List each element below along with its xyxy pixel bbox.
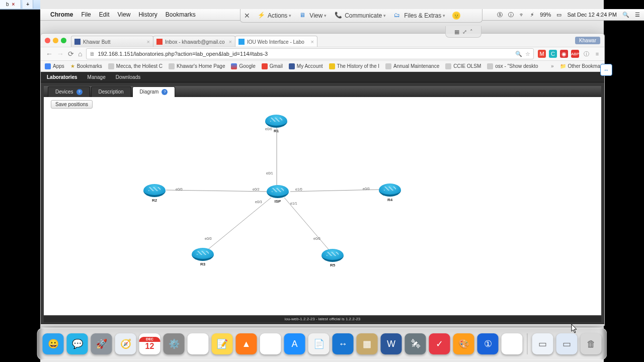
menu-bookmarks[interactable]: Bookmarks — [166, 11, 196, 18]
save-positions-button[interactable]: Save positions — [51, 100, 93, 109]
browser-tab[interactable]: Inbox - khawarb@gmail.co× — [153, 36, 235, 47]
close-icon[interactable]: × — [12, 2, 15, 7]
other-bookmarks[interactable]: 📁Other Bookma — [560, 63, 600, 69]
forward-button[interactable]: → — [57, 50, 64, 58]
search-icon[interactable]: 🔍 — [515, 51, 522, 57]
dock-chrome[interactable]: ◉ — [188, 333, 209, 354]
menu-file[interactable]: File — [81, 11, 91, 18]
iface-label: e0/1 — [266, 171, 273, 175]
tv-actions[interactable]: ⚡Actions▾ — [258, 12, 291, 20]
info-icon[interactable]: ⓘ — [582, 50, 590, 58]
dock-word[interactable]: W — [381, 333, 402, 354]
tv-files[interactable]: 🗂Files & Extras▾ — [394, 12, 445, 20]
menu-edit[interactable]: Edit — [99, 11, 110, 18]
tab-description[interactable]: Description — [91, 86, 131, 97]
spotlight-icon[interactable]: 🔍 — [622, 12, 629, 18]
close-icon[interactable]: × — [229, 39, 232, 45]
abp-ext-icon[interactable]: ABP — [571, 50, 579, 58]
close-icon[interactable]: × — [147, 39, 150, 45]
dock-appstore[interactable]: A — [284, 333, 305, 354]
dock-safari[interactable]: 🧭 — [115, 333, 136, 354]
tv-communicate[interactable]: 📞Communicate▾ — [335, 12, 386, 20]
ext-icon[interactable]: ◉ — [560, 50, 568, 58]
bookmark-apps[interactable]: Apps — [45, 63, 64, 69]
tv-toolbar-handle[interactable]: ▦ ⤢ ˄ — [445, 26, 481, 38]
tv-view[interactable]: 🖥View▾ — [299, 12, 327, 20]
router-r3[interactable]: R3 — [190, 248, 215, 266]
window-controls[interactable] — [45, 38, 69, 44]
router-r5[interactable]: R5 — [320, 249, 345, 267]
menu-history[interactable]: History — [138, 11, 157, 18]
help-icon[interactable]: ? — [76, 89, 83, 95]
bookmark-item[interactable]: ★Bookmarks — [70, 63, 102, 69]
bookmark-item[interactable]: Gmail — [262, 63, 283, 69]
tv-add-tab[interactable]: + — [23, 0, 33, 9]
wifi-icon[interactable]: ᯤ — [519, 12, 525, 18]
dock-vmware[interactable]: ▦ — [357, 333, 378, 354]
tv-session-tab[interactable]: b× — [0, 0, 21, 9]
charge-icon[interactable]: ⚡︎ — [530, 12, 534, 18]
menubar-app[interactable]: Chrome — [50, 11, 73, 18]
dock-todo[interactable]: ✓ — [429, 333, 450, 354]
bookmark-overflow[interactable]: » — [551, 63, 554, 69]
bookmark-item[interactable]: osx - "Show deskto — [487, 63, 538, 69]
browser-tab[interactable]: Khawar Butt× — [71, 36, 153, 47]
dock-doc1[interactable]: ▭ — [532, 333, 553, 354]
dock-maps[interactable]: 🛰 — [405, 333, 426, 354]
dock-textedit[interactable]: 📄 — [308, 333, 330, 354]
dock-finder[interactable]: 😀 — [43, 333, 64, 354]
tv-feedback[interactable]: 🙂 — [452, 12, 460, 20]
close-icon[interactable]: × — [311, 39, 314, 45]
dock-itunes[interactable]: ♪ — [260, 333, 281, 354]
dock-doc2[interactable]: ▭ — [556, 333, 578, 354]
gmail-ext-icon[interactable]: M — [538, 50, 546, 58]
dock-paint[interactable]: 🎨 — [453, 333, 474, 354]
bookmark-item[interactable]: The History of the I — [329, 63, 379, 69]
skype-icon[interactable]: ⓢ — [497, 12, 503, 18]
dock-teamviewer[interactable]: ↔ — [333, 333, 354, 354]
star-icon[interactable]: ☆ — [525, 51, 530, 57]
tv-close-session[interactable]: ✕ — [240, 12, 254, 20]
nav-downloads[interactable]: Downloads — [116, 74, 140, 80]
router-r2[interactable]: R2 — [142, 184, 167, 203]
help-icon[interactable]: ? — [162, 89, 168, 95]
network-diagram[interactable]: R1 ISP R2 R3 R4 R5 e0/0 e0/1 e0/0 e0/2 e… — [44, 112, 601, 315]
menu-view[interactable]: View — [118, 11, 131, 18]
bolt-icon: ⚡ — [258, 12, 266, 20]
router-r4[interactable]: R4 — [377, 184, 403, 202]
dock-trash[interactable]: 🗑 — [581, 333, 602, 354]
dock-notes[interactable]: 📝 — [212, 333, 233, 354]
bookmark-item[interactable]: Mecca, the Holiest C — [108, 63, 163, 69]
back-button[interactable]: ← — [46, 50, 53, 58]
teamviewer-side-tab[interactable]: ↔ — [600, 64, 612, 76]
home-button[interactable]: ⌂ — [78, 50, 82, 58]
battery-icon[interactable]: ▭ — [556, 12, 561, 18]
nav-laboratories[interactable]: Laboratories — [47, 74, 77, 80]
dock-teamviewer2[interactable]: ↔ — [502, 333, 523, 354]
dock-settings[interactable]: ⚙️ — [164, 333, 185, 354]
status-icon[interactable]: ⓘ — [508, 12, 514, 18]
dock-launchpad[interactable]: 🚀 — [91, 333, 112, 354]
bookmark-item[interactable]: My Account — [289, 63, 323, 69]
bookmark-item[interactable]: Annual Maintenance — [385, 63, 439, 69]
bookmark-item[interactable]: CCIE OLSM — [445, 63, 481, 69]
dock-1password[interactable]: ① — [477, 333, 499, 354]
browser-tab-active[interactable]: IOU Web Interface - Labo× — [235, 36, 317, 47]
address-bar[interactable]: 🗎192.168.1.151/laboratories.php?action=l… — [86, 48, 534, 59]
nav-manage[interactable]: Manage — [88, 74, 106, 80]
dock-vlc[interactable]: ▲ — [236, 333, 257, 354]
chrome-profile-chip[interactable]: Khawar — [575, 37, 600, 44]
bookmark-item[interactable]: Google — [231, 63, 255, 69]
reload-button[interactable]: ⟳ — [68, 50, 74, 58]
chevron-up-icon: ˄ — [470, 29, 473, 35]
tab-diagram[interactable]: Diagram? — [132, 86, 176, 97]
ext-icon[interactable]: C — [549, 50, 557, 58]
clock[interactable]: Sat Dec 12 4:24 PM — [567, 12, 616, 18]
router-isp[interactable]: ISP — [265, 185, 290, 204]
dock-messages[interactable]: 💬 — [67, 333, 88, 354]
chrome-menu-icon[interactable]: ≡ — [593, 50, 601, 58]
bookmark-item[interactable]: Khawar's Home Page — [169, 63, 225, 69]
notification-center-icon[interactable]: ☰ — [635, 12, 640, 18]
tab-devices[interactable]: Devices? — [48, 86, 90, 97]
dock-calendar[interactable]: DEC12 — [139, 333, 160, 354]
